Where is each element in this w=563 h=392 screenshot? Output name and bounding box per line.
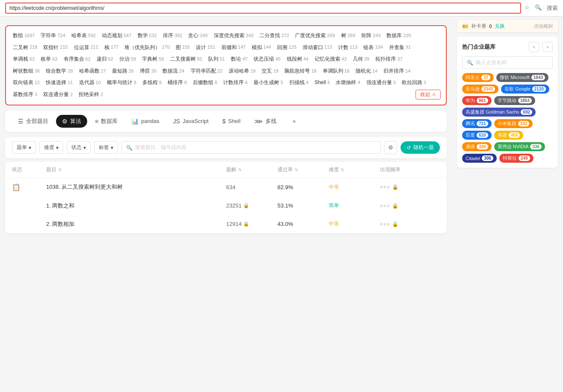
tag-item[interactable]: 回溯125 — [277, 43, 296, 53]
next-button[interactable]: › — [542, 42, 553, 52]
tag-item[interactable]: 桶排序8 — [168, 78, 187, 88]
tag-item[interactable]: 博弈26 — [140, 67, 156, 76]
tag-item[interactable]: 递归62 — [97, 55, 113, 64]
tag-item[interactable]: 二分查找272 — [259, 31, 289, 41]
tag-item[interactable]: 线段树44 — [287, 55, 309, 64]
tag-item[interactable]: 广度优先搜索269 — [295, 31, 335, 41]
tag-item[interactable]: 交互19 — [262, 67, 278, 76]
sort-icon[interactable]: ⇅ — [341, 167, 344, 172]
category-tab[interactable]: JSJavaScript — [167, 115, 215, 127]
company-badge[interactable]: Citadel306 — [462, 154, 497, 163]
list-filter[interactable]: 题单 ▾ — [12, 141, 36, 154]
category-tab[interactable]: $Shell — [216, 115, 247, 127]
company-badge[interactable]: 微软 Microsoft1843 — [496, 73, 548, 82]
category-tab[interactable]: ≡数据库 — [89, 115, 124, 128]
tag-item[interactable]: 后缀数组6 — [193, 78, 217, 88]
search-icon[interactable]: 🔍 — [535, 4, 542, 12]
tag-item[interactable]: 字符串匹配22 — [191, 67, 223, 76]
tag-item[interactable]: 分治59 — [119, 55, 136, 64]
category-tab[interactable]: 📊pandas — [125, 115, 165, 127]
url-input[interactable] — [5, 3, 521, 14]
tag-item[interactable]: 有序集合62 — [64, 55, 91, 64]
company-badge[interactable]: 亚马逊2345 — [462, 85, 498, 94]
tag-item[interactable]: 扫描线4 — [289, 78, 309, 88]
company-badge[interactable]: 阿里云27 — [462, 73, 494, 82]
tag-item[interactable]: 滚动哈希19 — [229, 67, 256, 76]
tag-item[interactable]: 记忆化搜索43 — [315, 55, 347, 64]
tag-item[interactable]: 树269 — [341, 31, 355, 41]
tag-item[interactable]: 归并排序14 — [383, 67, 410, 76]
tag-item[interactable]: 树状数组36 — [13, 67, 40, 76]
table-column-header[interactable]: 题目⇅ — [46, 166, 226, 173]
tag-item[interactable]: 字典树58 — [142, 55, 164, 64]
table-column-header[interactable]: 题解⇅ — [226, 166, 277, 173]
tags-filter[interactable]: 标签 ▾ — [94, 141, 118, 154]
company-badge[interactable]: 字节跳动1853 — [494, 96, 535, 105]
tag-item[interactable]: 脑筋急转弯18 — [284, 67, 316, 76]
category-tab[interactable]: ⋙多线 — [248, 115, 283, 128]
tag-item[interactable]: 排序392 — [163, 31, 182, 41]
company-badge[interactable]: 滴滴326 — [462, 142, 492, 151]
status-filter[interactable]: 状态 ▾ — [67, 141, 91, 154]
company-badge[interactable]: 小米集团332 — [494, 119, 533, 128]
tag-item[interactable]: 动态规划547 — [102, 31, 131, 41]
tag-item[interactable]: 双连通分量2 — [43, 90, 73, 99]
settings-button[interactable]: ⚙ — [384, 141, 397, 154]
tag-item[interactable]: 枚举63 — [41, 55, 57, 64]
tag-item[interactable]: 状态压缩45 — [253, 55, 280, 64]
sort-icon[interactable]: ⇅ — [58, 167, 62, 172]
tag-item[interactable]: 图155 — [176, 43, 190, 53]
tag-item[interactable]: 模拟144 — [252, 43, 271, 53]
category-tab[interactable]: ☰全部题目 — [12, 115, 54, 128]
tag-item[interactable]: 矩阵243 — [361, 31, 380, 41]
supplement-link[interactable]: 兑换 — [495, 23, 505, 30]
tag-item[interactable]: 双指针215 — [43, 43, 68, 53]
tag-item[interactable]: 二叉搜索树55 — [170, 55, 202, 64]
tag-item[interactable]: Shell4 — [315, 78, 330, 88]
tag-item[interactable]: 基数排序3 — [13, 90, 37, 99]
problem-link[interactable]: 1038. 从二叉搜索树到更大和树 — [46, 184, 123, 190]
sort-icon[interactable]: ⇅ — [295, 167, 298, 172]
tag-item[interactable]: 强连通分量3 — [366, 78, 396, 88]
tag-item[interactable]: 多线程9 — [142, 78, 162, 88]
company-badge[interactable]: 高盛集团 Goldman Sachs692 — [462, 108, 536, 117]
tag-item[interactable]: 滑动窗口113 — [303, 43, 332, 53]
tag-item[interactable]: 组合数学28 — [46, 67, 73, 76]
tag-item[interactable]: 迭代器10 — [79, 78, 101, 88]
company-badge[interactable]: 百度610 — [462, 131, 492, 140]
tag-item[interactable]: 拒绝采样2 — [79, 90, 103, 99]
problem-link[interactable]: 2. 两数相加 — [46, 221, 74, 227]
tag-item[interactable]: 快速选择11 — [46, 78, 73, 88]
problem-link[interactable]: 1. 两数之和 — [46, 202, 74, 209]
tag-item[interactable]: 贪心349 — [188, 31, 207, 41]
tag-item[interactable]: 数论47 — [231, 55, 248, 64]
tag-item[interactable]: 哈希函数27 — [79, 67, 106, 76]
collapse-button[interactable]: 收起 ∧ — [416, 90, 441, 99]
tag-item[interactable]: 队列51 — [208, 55, 225, 64]
tag-item[interactable]: 欧拉回路3 — [402, 78, 426, 88]
tag-item[interactable]: 水塘抽样4 — [336, 78, 360, 88]
tag-item[interactable]: 单调栈63 — [13, 55, 35, 64]
company-search[interactable]: 🔍 输入企业名称 — [462, 56, 553, 69]
sort-icon[interactable]: ⇅ — [238, 167, 242, 172]
tag-item[interactable]: 随机化14 — [356, 67, 377, 76]
category-tab[interactable]: ⚙算法 — [56, 115, 87, 128]
company-badge[interactable]: 腾讯721 — [462, 119, 492, 128]
tag-item[interactable]: 双向链表12 — [13, 78, 40, 88]
tag-item[interactable]: 设计151 — [196, 43, 215, 53]
tag-item[interactable]: 计数113 — [338, 43, 357, 53]
tag-item[interactable]: 数据库235 — [386, 31, 411, 41]
table-column-header[interactable]: 难度⇅ — [329, 166, 380, 173]
category-tab[interactable]: » — [284, 115, 302, 127]
tag-item[interactable]: 栈177 — [104, 43, 118, 53]
tag-item[interactable]: 并查集91 — [389, 43, 411, 53]
tag-item[interactable]: 单调队列16 — [323, 67, 350, 76]
company-badge[interactable]: 特斯拉249 — [499, 154, 534, 163]
star-icon[interactable]: ☆ — [525, 4, 530, 12]
activity-rules[interactable]: 活动规则 — [534, 23, 553, 29]
tag-item[interactable]: 哈希表592 — [71, 31, 96, 41]
tag-item[interactable]: 二叉树218 — [13, 43, 37, 53]
tag-item[interactable]: 数组1697 — [13, 31, 35, 41]
difficulty-filter[interactable]: 难度 ▾ — [39, 141, 63, 154]
tag-item[interactable]: 拓扑排序37 — [375, 55, 402, 64]
